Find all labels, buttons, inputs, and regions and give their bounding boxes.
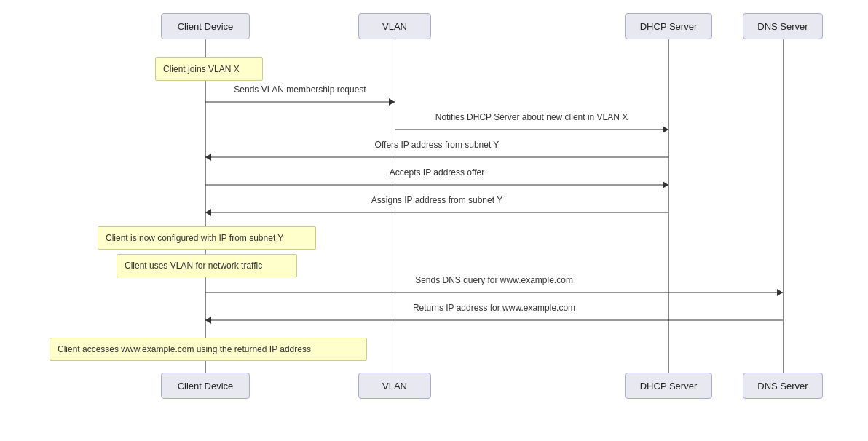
arrow-arr4: Accepts IP address offer — [205, 178, 668, 192]
arrow-arr6: Sends DNS query for www.example.com — [205, 285, 783, 300]
participant-dhcp: DHCP Server — [625, 13, 712, 39]
arrow-label-arr5: Assigns IP address from subnet Y — [205, 195, 668, 205]
participant-bottom-dns_b: DNS Server — [743, 373, 823, 399]
arrow-label-arr4: Accepts IP address offer — [205, 167, 668, 178]
arrow-label-arr7: Returns IP address for www.example.com — [205, 303, 783, 313]
participant-client: Client Device — [161, 13, 250, 39]
arrow-label-arr1: Sends VLAN membership request — [205, 84, 395, 95]
note-note2: Client is now configured with IP from su… — [98, 226, 316, 250]
arrow-label-arr3: Offers IP address from subnet Y — [205, 140, 668, 150]
arrow-arr2: Notifies DHCP Server about new client in… — [395, 122, 668, 137]
arrow-label-arr2: Notifies DHCP Server about new client in… — [395, 112, 668, 122]
note-note4: Client accesses www.example.com using th… — [50, 338, 367, 361]
participant-vlan: VLAN — [358, 13, 431, 39]
participant-bottom-client_b: Client Device — [161, 373, 250, 399]
note-note1: Client joins VLAN X — [155, 57, 263, 81]
participant-bottom-dhcp_b: DHCP Server — [625, 373, 712, 399]
note-note3: Client uses VLAN for network traffic — [117, 254, 297, 277]
arrow-arr5: Assigns IP address from subnet Y — [205, 205, 668, 220]
arrow-arr7: Returns IP address for www.example.com — [205, 313, 783, 327]
arrow-arr3: Offers IP address from subnet Y — [205, 150, 668, 164]
participant-dns: DNS Server — [743, 13, 823, 39]
lifeline-dns_ll — [783, 39, 784, 373]
diagram-container: Client DeviceVLANDHCP ServerDNS ServerCl… — [0, 0, 868, 441]
arrow-arr1: Sends VLAN membership request — [205, 95, 395, 109]
arrow-label-arr6: Sends DNS query for www.example.com — [205, 275, 783, 285]
participant-bottom-vlan_b: VLAN — [358, 373, 431, 399]
